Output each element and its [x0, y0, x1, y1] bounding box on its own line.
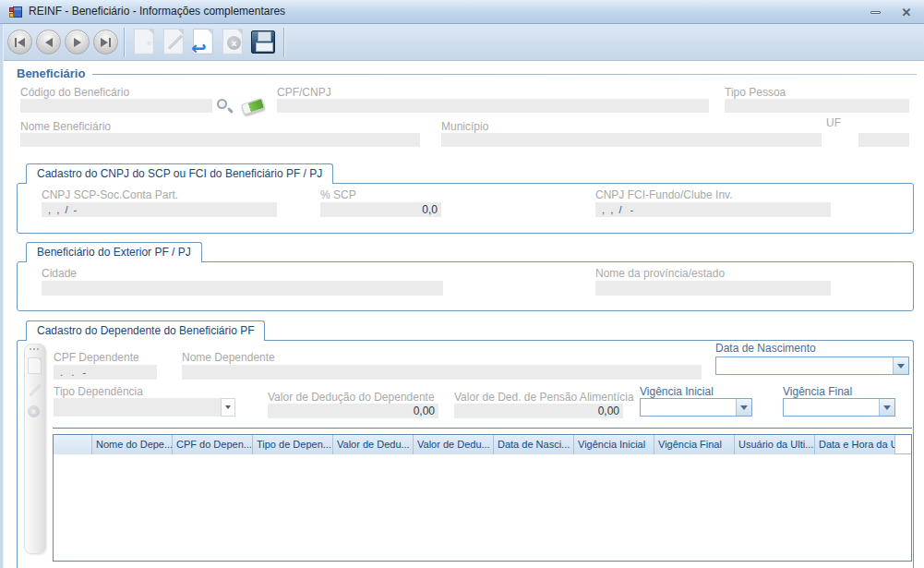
chevron-down-icon [897, 364, 905, 369]
pct-scp-field[interactable]: 0,0 [320, 202, 441, 217]
eraser-icon [241, 98, 266, 115]
orange-square-icon [9, 13, 14, 18]
previous-record-button[interactable] [36, 30, 61, 54]
cnpj-scp-field[interactable]: , , / - [42, 202, 277, 217]
mini-new-button[interactable] [28, 357, 42, 374]
mini-new-document-icon [28, 357, 42, 374]
grid-column-header[interactable]: CPF do Depen... [173, 435, 253, 454]
form-icon [13, 6, 22, 18]
grid-column-header[interactable]: Valor de Dedu... [414, 435, 494, 454]
uf-label: UF [826, 116, 841, 129]
dropdown-button[interactable] [736, 399, 751, 416]
municipio-label: Município [441, 120, 488, 133]
cnpj-fci-label: CNPJ FCI-Fundo/Clube Inv. [595, 188, 733, 201]
vigencia-inicial-label: Vigência Inicial [640, 385, 714, 398]
next-record-icon [74, 38, 81, 47]
nome-beneficiario-field[interactable] [20, 133, 420, 147]
dropdown-button[interactable] [893, 357, 908, 374]
uf-field[interactable] [858, 133, 909, 147]
dropdown-button[interactable] [221, 398, 235, 417]
grid-column-header[interactable]: Usuário da Ulti... [735, 435, 815, 454]
codigo-beneficiario-field[interactable] [20, 99, 212, 113]
mini-pencil-icon [29, 384, 41, 396]
first-record-button[interactable] [7, 30, 32, 54]
dropdown-button[interactable] [879, 399, 894, 416]
chevron-down-icon [740, 405, 748, 410]
cpf-dependente-field[interactable]: . . - [54, 365, 157, 380]
clear-button[interactable] [240, 95, 268, 116]
data-nascimento-label: Data de Nascimento [715, 342, 816, 355]
dependente-grid[interactable]: Nome do Depe...CPF do Depen...Tipo de De… [53, 434, 912, 562]
tab-dependente[interactable]: Cadastro do Dependente do Beneficiário P… [26, 320, 265, 341]
tipo-pessoa-label: Tipo Pessoa [725, 86, 786, 99]
red-square-icon [9, 7, 14, 12]
grid-column-header[interactable]: Vigência Inicial [574, 435, 654, 454]
floppy-disk-icon [251, 30, 275, 54]
valor-pensao-field[interactable]: 0,00 [454, 404, 623, 418]
next-record-button[interactable] [65, 30, 90, 54]
section-heading-beneficiario: Beneficiário [17, 66, 85, 80]
cpf-cnpj-label: CPF/CNPJ [277, 86, 331, 99]
save-button[interactable] [249, 28, 277, 56]
undo-button[interactable]: ↩ [190, 28, 218, 56]
grid-column-header[interactable]: Data de Nasci... [494, 435, 574, 454]
codigo-beneficiario-label: Código do Beneficário [20, 86, 129, 99]
cidade-field[interactable] [42, 281, 443, 296]
vigencia-final-combo[interactable] [783, 398, 895, 417]
toolbar-grip-icon[interactable] [30, 348, 39, 350]
data-nascimento-combo[interactable] [715, 357, 909, 375]
toolbar-separator [283, 28, 284, 57]
nome-dependente-label: Nome Dependente [182, 351, 275, 364]
nome-dependente-field[interactable] [182, 365, 702, 380]
minimize-button[interactable] [865, 6, 885, 19]
valor-pensao-label: Valor de Ded. de Pensão Alimentícia [454, 391, 634, 404]
window-title: REINF - Beneficiário - Informações compl… [29, 5, 285, 18]
cpf-cnpj-field[interactable] [277, 99, 709, 113]
edit-record-button[interactable] [161, 28, 188, 56]
mini-edit-button[interactable] [28, 381, 42, 392]
window-left-border [0, 24, 3, 568]
cancel-record-button[interactable]: × [220, 28, 247, 56]
cnpj-fci-field[interactable]: , , / - [595, 202, 831, 217]
provincia-field[interactable] [595, 281, 831, 296]
grid-header-row: Nome do Depe...CPF do Depen...Tipo de De… [54, 435, 911, 454]
app-icon [9, 6, 22, 18]
valor-deducao-label: Valor de Dedução do Dependente [268, 391, 435, 404]
previous-record-icon [45, 38, 53, 47]
minimize-icon [870, 11, 881, 14]
search-icon [217, 99, 227, 109]
nome-beneficiario-label: Nome Beneficiário [20, 120, 111, 133]
vigencia-final-label: Vigência Final [783, 385, 852, 398]
cnpj-scp-label: CNPJ SCP-Soc.Conta Part. [42, 188, 178, 201]
grid-column-header[interactable]: Vigência Final [654, 435, 735, 454]
grid-column-header[interactable]: Valor de Dedu... [333, 435, 414, 454]
new-document-icon: * [134, 29, 154, 54]
valor-deducao-field[interactable]: 0,00 [268, 404, 438, 418]
tab-scp-fci[interactable]: Cadastro do CNPJ do SCP ou FCI do Benefi… [26, 163, 333, 184]
search-button[interactable] [215, 98, 235, 118]
pct-scp-label: % SCP [320, 188, 356, 201]
municipio-field[interactable] [441, 133, 822, 147]
close-button[interactable]: ✕ [896, 6, 917, 19]
new-record-button[interactable]: * [131, 28, 159, 56]
chevron-down-icon [883, 405, 891, 410]
mini-cancel-x-icon: × [28, 405, 40, 417]
grid-column-header[interactable]: Nome do Depe... [92, 435, 173, 454]
undo-arrow-icon: ↩ [191, 37, 207, 59]
vigencia-inicial-combo[interactable] [640, 398, 752, 417]
first-record-icon [18, 38, 25, 47]
mini-cancel-button[interactable]: × [28, 405, 40, 417]
main-toolbar: * ↩ × [0, 24, 924, 61]
grid-column-header[interactable]: Data e Hora da Ul... [815, 435, 895, 454]
app-window: REINF - Beneficiário - Informações compl… [0, 0, 924, 568]
last-record-button[interactable] [93, 30, 118, 54]
dependente-mini-toolbar: × [24, 344, 46, 554]
tab-exterior[interactable]: Beneficiário do Exterior PF / PJ [26, 242, 202, 262]
cidade-label: Cidade [42, 267, 77, 280]
heading-rule [92, 74, 917, 75]
tipo-dependencia-combo[interactable] [54, 398, 235, 417]
grid-column-header[interactable]: Tipo de Depen... [253, 435, 333, 454]
title-bar[interactable]: REINF - Beneficiário - Informações compl… [0, 0, 924, 24]
tipo-pessoa-field[interactable] [725, 99, 909, 113]
grid-row-selector-header[interactable] [54, 435, 92, 454]
